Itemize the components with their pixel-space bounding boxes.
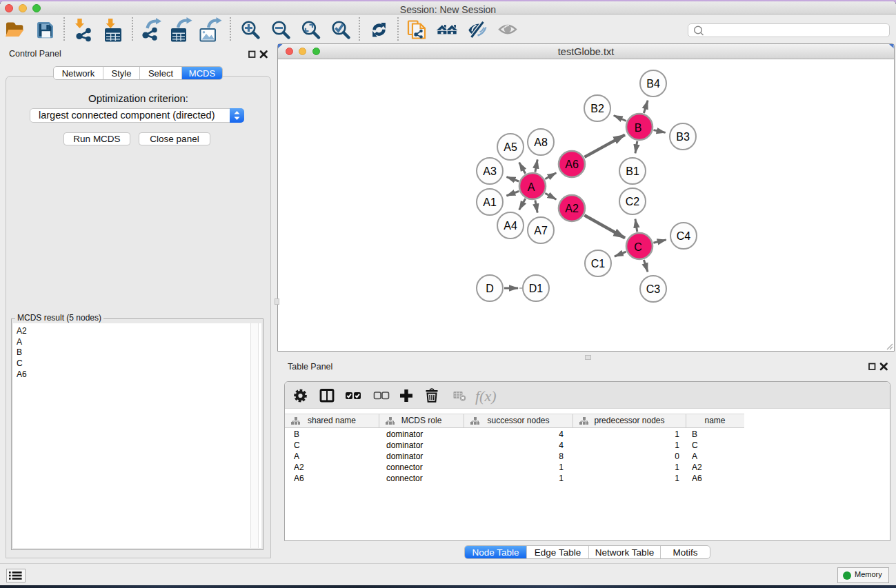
svg-text:A1: A1 xyxy=(483,196,497,208)
svg-text:B1: B1 xyxy=(626,165,639,177)
svg-text:C: C xyxy=(634,241,642,253)
svg-text:C4: C4 xyxy=(677,230,691,242)
svg-text:A: A xyxy=(528,181,535,193)
svg-text:f(x): f(x) xyxy=(475,387,497,405)
svg-text:B: B xyxy=(635,122,642,134)
svg-text:D: D xyxy=(486,283,494,294)
svg-text:C1: C1 xyxy=(591,258,606,270)
svg-text:B3: B3 xyxy=(676,131,690,143)
svg-text:B2: B2 xyxy=(590,103,604,114)
svg-text:C2: C2 xyxy=(626,196,640,207)
svg-text:A3: A3 xyxy=(483,165,497,177)
svg-text:A7: A7 xyxy=(534,225,548,236)
svg-text:A8: A8 xyxy=(534,136,548,148)
svg-text:B4: B4 xyxy=(646,78,660,90)
svg-text:D1: D1 xyxy=(529,283,544,294)
svg-text:C3: C3 xyxy=(646,283,661,295)
svg-text:A4: A4 xyxy=(504,220,517,232)
svg-text:A2: A2 xyxy=(565,203,579,214)
svg-text:A6: A6 xyxy=(565,159,579,170)
svg-text:A5: A5 xyxy=(504,141,517,153)
